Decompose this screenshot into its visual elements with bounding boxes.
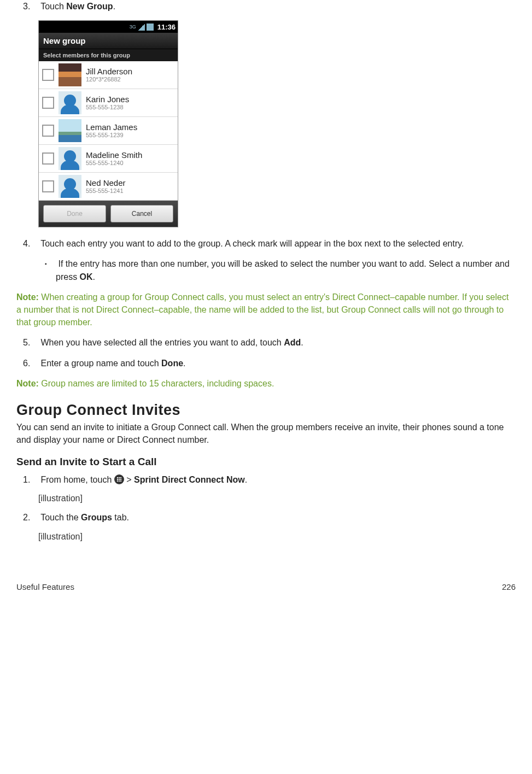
contact-row[interactable]: Leman James555-555-1239 [39,117,178,145]
note-2: Note: Group names are limited to 15 char… [16,377,516,390]
contact-name: Karin Jones [86,95,129,104]
contact-row[interactable]: Madeline Smith555-555-1240 [39,145,178,173]
contact-row[interactable]: Jill Anderson120*3*26882 [39,61,178,89]
contact-row[interactable]: Karin Jones555-555-1238 [39,89,178,117]
contact-number: 555-555-1241 [86,187,126,194]
checkbox[interactable] [42,153,54,165]
battery-icon [147,24,154,31]
step-6: 6. Enter a group name and touch Done. [38,357,516,370]
send-step-2: 2. Touch the Groups tab. [38,511,516,524]
contact-number: 120*3*26882 [86,76,132,83]
step-5: 5. When you have selected all the entrie… [38,336,516,349]
avatar [59,175,81,198]
page-footer: Useful Features 226 [0,560,532,600]
section-intro: You can send an invite to initiate a Gro… [16,421,516,446]
subsection-heading: Send an Invite to Start a Call [16,456,516,468]
illustration-placeholder-1: [illustration] [38,494,516,503]
checkbox[interactable] [42,125,54,137]
contact-name: Leman James [86,123,137,132]
illustration-placeholder-2: [illustration] [38,532,516,542]
cancel-button[interactable]: Cancel [110,205,173,222]
step-4-bullet: If the entry has more than one number, y… [56,257,516,283]
signal-icon [138,24,145,31]
contact-row[interactable]: Ned Neder555-555-1241 [39,173,178,201]
step-4: 4. Touch each entry you want to add to t… [38,237,516,283]
checkbox[interactable] [42,97,54,109]
done-button[interactable]: Done [43,205,106,222]
contact-name: Jill Anderson [86,67,132,77]
phone-screenshot: 3G 11:36 New group Select members for th… [38,20,178,227]
avatar [59,91,81,114]
note-1: Note: When creating a group for Group Co… [16,291,516,329]
section-heading: Group Connect Invites [16,402,516,419]
step-3: 3. Touch New Group. [38,0,516,13]
avatar [59,63,81,86]
checkbox[interactable] [42,69,54,81]
contact-name: Madeline Smith [86,151,142,160]
contact-list: Jill Anderson120*3*26882Karin Jones555-5… [39,61,178,201]
apps-icon [114,474,124,484]
footer-section: Useful Features [16,582,74,591]
status-bar: 3G 11:36 [39,21,178,33]
clock: 11:36 [157,23,176,31]
contact-number: 555-555-1239 [86,132,137,138]
contact-number: 555-555-1240 [86,160,142,166]
button-bar: Done Cancel [39,201,178,227]
contact-name: Ned Neder [86,179,126,188]
send-step-1: 1. From home, touch > Sprint Direct Conn… [38,473,516,486]
avatar [59,147,81,170]
avatar [59,119,81,142]
contact-number: 555-555-1238 [86,104,129,110]
network-icon: 3G [130,24,136,30]
checkbox[interactable] [42,180,54,192]
page-number: 226 [502,582,516,591]
screen-title: New group [39,33,178,49]
screen-subtitle: Select members for this group [39,49,178,61]
